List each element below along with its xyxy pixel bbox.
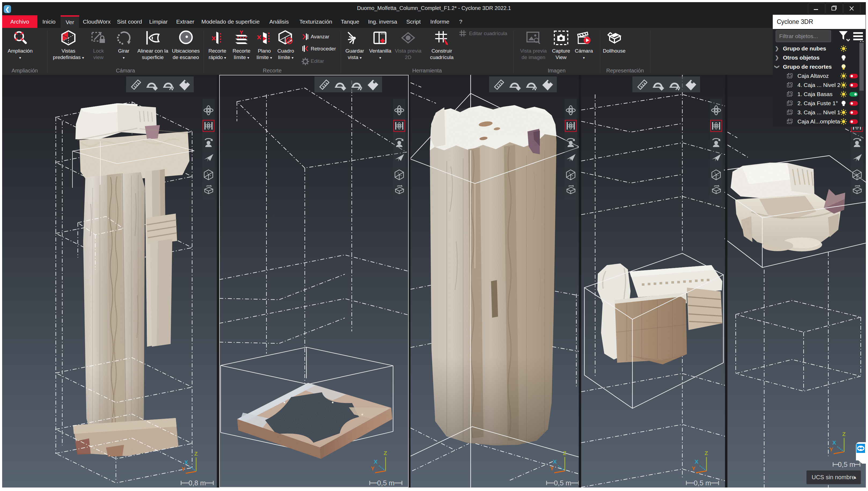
svg-text:0,5 m: 0,5 m	[554, 479, 571, 487]
svg-text:0,5 m: 0,5 m	[694, 479, 711, 487]
svg-text:0,5 m: 0,5 m	[838, 460, 855, 468]
svg-text:0,8 m: 0,8 m	[189, 479, 206, 487]
svg-text:A: A	[288, 39, 291, 43]
